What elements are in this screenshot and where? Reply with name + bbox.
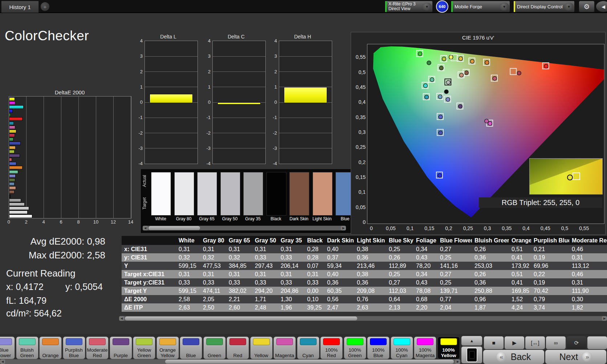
y-tick-label: 0 [203,99,211,105]
patch-button-100-cyan[interactable]: 100% Cyan [391,336,413,359]
table-row[interactable]: ΔE ITP2,632,502,602,481,9639,252,472,632… [122,303,607,312]
patch-button-100-yellow[interactable]: 100% Yellow [437,336,460,359]
y-tick-label: 2 [203,69,211,74]
table-cell: 0,38 [354,271,386,278]
table-cell: 0,26 [472,246,509,253]
row-label: ΔE ITP [122,304,176,311]
patch-button-yellow[interactable]: Yellow [250,336,273,359]
tab-history-1[interactable]: History 1 [1,1,39,13]
y-tick-label: -3 [270,146,277,151]
patch-button-orange[interactable]: Orange [39,336,62,359]
row-label: Target x:CIE31 [122,271,176,278]
stop-button[interactable]: ■ [484,336,504,349]
swatch-white[interactable] [151,172,171,216]
chevron-down-icon: ▼ [564,3,574,11]
table-cell: 113,12 [569,263,607,269]
patch-button-cyan[interactable]: Cyan [297,336,319,359]
table-row[interactable]: Target y:CIE310,330,330,330,330,330,330,… [122,278,607,287]
table-cell: 0,38 [354,246,386,253]
patch-button-blue[interactable]: Blue [180,336,202,359]
expand-up-button[interactable]: ▲ [461,336,482,346]
patch-color-chip [183,338,199,345]
patch-button-purplish-blue[interactable]: Purplish Blue [63,336,85,359]
x-tick-label: 0 [7,219,10,225]
patch-button-bluish-green[interactable]: Bluish Green [16,336,38,359]
deltae-bar-cyan [9,122,14,125]
table-cell: 0,31 [252,271,278,278]
y-tick-label: 0 [135,99,143,105]
swatch-gray-80[interactable] [174,172,194,216]
patch-button-purple[interactable]: Purple [110,336,132,359]
patch-button-100-red[interactable]: 100% Red [320,336,343,359]
swatch-black[interactable] [266,172,286,216]
table-cell: 1,30 [278,296,305,303]
table-cell: 70,42 [531,288,569,294]
table-row[interactable]: Y599,15477,53384,85297,43206,140,0759,34… [122,262,607,270]
table-row[interactable]: Target x:CIE310,310,310,310,310,310,310,… [122,270,607,278]
table-cell: 0,27 [386,279,414,286]
table-cell: 206,14 [278,263,305,269]
table-cell: 384,85 [226,263,252,269]
back-button-label: Back [511,352,531,362]
patch-button-red[interactable]: Red [227,336,249,359]
gear-icon[interactable]: ⚙ [579,1,595,12]
pattern-bar-scrollbar[interactable]: ◀ ▶ [0,359,460,364]
back-button[interactable]: « Back [483,349,545,364]
chevron-left-icon[interactable]: ◀ [596,1,607,12]
swatch-gray-65[interactable] [197,172,217,216]
patch-button-100-green[interactable]: 100% Green [344,336,366,359]
patch-button-yellow-green[interactable]: Yellow Green [133,336,155,359]
source-dropdown[interactable]: Mobile Forge ▼ [451,1,510,12]
patch-button-100-blue[interactable]: 100% Blue [367,336,390,359]
patch-button-label: Magenta [275,345,294,359]
loop-infinite-button[interactable]: ∞ [546,336,566,349]
meter-count-badge[interactable]: 640 [436,0,448,13]
add-tab-button[interactable]: + [41,2,49,11]
refresh-button[interactable]: ⟳ [566,336,587,349]
patch-button-100-magenta[interactable]: 100% Magenta [414,336,436,359]
patch-button-blue-flower[interactable]: Blue Flower [0,336,15,359]
scrollbar-thumb[interactable] [148,226,200,230]
scrollbar-thumb[interactable] [165,360,454,364]
patch-button-moderate-red[interactable]: Moderate Red [86,336,109,359]
scroll-left-icon[interactable]: ◀ [143,226,148,230]
swatch-blue[interactable] [335,172,352,216]
display-dropdown[interactable]: Direct Display Control ▼ [513,1,575,12]
patch-button-label: 100% Green [344,345,366,359]
window-pattern-button[interactable] [461,346,482,364]
range-button[interactable]: [↔] [525,336,545,349]
swatch-scrollbar[interactable]: ◀ ▶ [143,226,346,230]
meter-dropdown[interactable]: X-Rite i1Pro 3Direct View ▼ [385,1,433,12]
table-cell: 0,31 [278,271,305,278]
scroll-left-icon[interactable]: ◀ [119,316,124,321]
patch-button-orange-yellow[interactable]: Orange Yellow [156,336,179,359]
patch-color-chip [440,338,457,345]
swatch-gray-50[interactable] [220,172,240,216]
swatch-light-skin[interactable] [313,172,333,216]
swatch-gray-35[interactable] [243,172,263,216]
table-scrollbar[interactable]: ◀ ▶ [119,316,607,321]
patch-button-green[interactable]: Green [203,336,226,359]
gridline [213,148,265,148]
y-tick-label: -2 [270,130,277,136]
swatch-label: Black [266,216,286,221]
table-row[interactable]: y: CIE310,320,320,320,330,330,280,370,36… [122,253,607,262]
next-button[interactable]: Next » [545,349,607,364]
deltae-bar-purplish-blue [9,162,16,165]
scroll-right-icon[interactable]: ▶ [455,359,460,364]
y-tick-label: 1 [270,84,277,90]
swatch-dark-skin[interactable] [289,172,309,216]
y-tick-label: -2 [135,130,143,136]
table-row[interactable]: ΔE 20002,582,052,211,711,300,100,560,760… [122,295,607,303]
scrollbar-thumb[interactable] [125,316,357,320]
play-button[interactable]: ▶ [504,336,525,349]
scroll-left-icon[interactable]: ◀ [0,359,5,364]
blank-button[interactable] [587,336,607,349]
column-header: Dark Skin [325,237,354,244]
scroll-right-icon[interactable]: ▶ [602,316,607,321]
scroll-right-icon[interactable]: ▶ [341,226,346,230]
table-row[interactable]: Target Y599,15474,11382,02294,20204,860,… [122,287,607,295]
table-row[interactable]: x: CIE310,310,310,310,310,310,280,400,38… [122,245,607,253]
deltae-bar-gray-50 [9,203,25,206]
patch-button-magenta[interactable]: Magenta [273,336,296,359]
